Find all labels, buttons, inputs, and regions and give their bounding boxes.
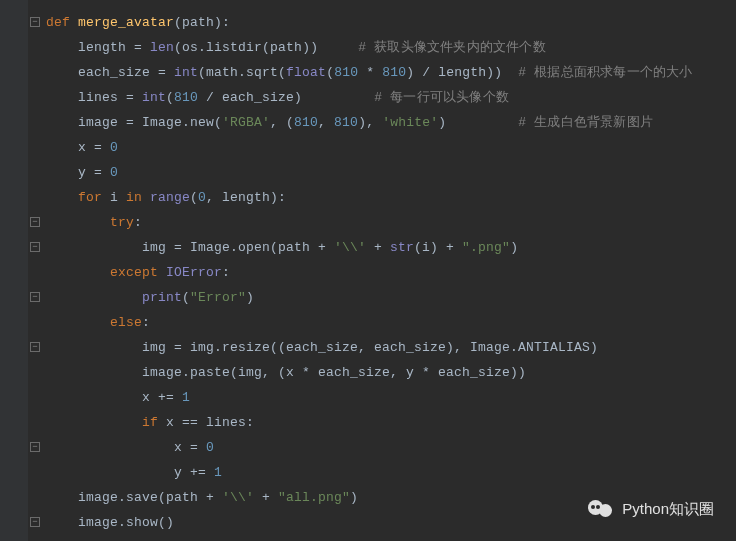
code-line: y += 1 — [46, 460, 736, 485]
code-line: y = 0 — [46, 160, 736, 185]
code-line: img = Image.open(path + '\\' + str(i) + … — [46, 235, 736, 260]
wechat-icon — [588, 498, 614, 520]
code-line: x += 1 — [46, 385, 736, 410]
fold-icon[interactable] — [30, 517, 40, 527]
code-line: if x == lines: — [46, 410, 736, 435]
code-area[interactable]: def merge_avatar(path): length = len(os.… — [46, 0, 736, 535]
code-line: x = 0 — [46, 135, 736, 160]
code-line: img = img.resize((each_size, each_size),… — [46, 335, 736, 360]
gutter — [0, 0, 29, 541]
code-line: lines = int(810 / each_size) # 每一行可以头像个数 — [46, 85, 736, 110]
fold-icon[interactable] — [30, 242, 40, 252]
fold-icon[interactable] — [30, 342, 40, 352]
code-line: x = 0 — [46, 435, 736, 460]
fold-icon[interactable] — [30, 442, 40, 452]
fold-column — [28, 0, 42, 541]
code-line: image = Image.new('RGBA', (810, 810), 'w… — [46, 110, 736, 135]
code-line: each_size = int(math.sqrt(float(810 * 81… — [46, 60, 736, 85]
code-line: except IOError: — [46, 260, 736, 285]
watermark: Python知识圈 — [588, 496, 714, 521]
code-line: else: — [46, 310, 736, 335]
watermark-text: Python知识圈 — [622, 496, 714, 521]
code-line: for i in range(0, length): — [46, 185, 736, 210]
code-line: try: — [46, 210, 736, 235]
code-line: length = len(os.listdir(path)) # 获取头像文件夹… — [46, 35, 736, 60]
code-line: def merge_avatar(path): — [46, 10, 736, 35]
code-line: print("Error") — [46, 285, 736, 310]
fold-icon[interactable] — [30, 217, 40, 227]
fold-icon[interactable] — [30, 17, 40, 27]
fold-icon[interactable] — [30, 292, 40, 302]
code-line: image.paste(img, (x * each_size, y * eac… — [46, 360, 736, 385]
